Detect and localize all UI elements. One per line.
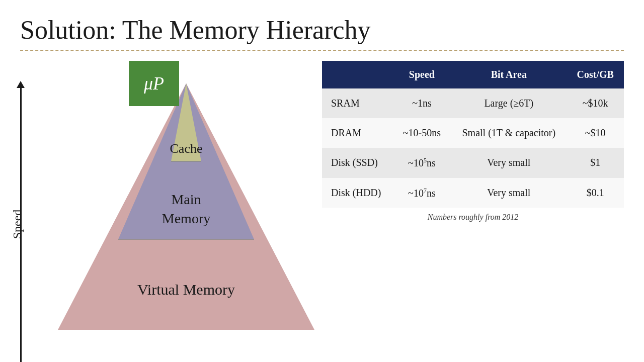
col-header-bitarea: Bit Area	[451, 61, 567, 88]
pyramid-svg: Cache Main Memory Virtual Memory	[50, 83, 322, 362]
cell-sram-name: SRAM	[322, 88, 393, 118]
cell-dram-name: DRAM	[322, 118, 393, 148]
table-row: Disk (HDD) ~107ns Very small $0.1	[322, 178, 624, 208]
col-header-name	[322, 61, 393, 88]
cell-ssd-bitarea: Very small	[451, 148, 567, 178]
cell-sram-cost: ~$10k	[567, 88, 624, 118]
svg-text:Memory: Memory	[162, 211, 210, 226]
memory-table: Speed Bit Area Cost/GB SRAM ~1ns Large (…	[322, 61, 624, 208]
content-area: μP Speed	[20, 61, 624, 362]
cell-ssd-cost: $1	[567, 148, 624, 178]
col-header-cost: Cost/GB	[567, 61, 624, 88]
page-title: Solution: The Memory Hierarchy	[20, 15, 624, 45]
svg-text:Virtual Memory: Virtual Memory	[137, 281, 235, 298]
cell-dram-bitarea: Small (1T & capacitor)	[451, 118, 567, 148]
table-header-row: Speed Bit Area Cost/GB	[322, 61, 624, 88]
mu-p-box: μP	[129, 61, 179, 106]
mu-p-label: μP	[144, 73, 164, 94]
cell-dram-cost: ~$10	[567, 118, 624, 148]
cell-hdd-cost: $0.1	[567, 178, 624, 208]
table-row: DRAM ~10-50ns Small (1T & capacitor) ~$1…	[322, 118, 624, 148]
cell-sram-speed: ~1ns	[393, 88, 451, 118]
cell-ssd-speed: ~105ns	[393, 148, 451, 178]
speed-arrow	[20, 86, 22, 362]
table-row: Disk (SSD) ~105ns Very small $1	[322, 148, 624, 178]
svg-text:Cache: Cache	[170, 141, 203, 156]
col-header-speed: Speed	[393, 61, 451, 88]
pyramid-section: μP Speed	[20, 61, 302, 362]
cell-ssd-name: Disk (SSD)	[322, 148, 393, 178]
speed-label: Speed	[11, 210, 24, 239]
page: Solution: The Memory Hierarchy μP Speed	[0, 0, 644, 362]
table-footnote: Numbers roughly from 2012	[322, 213, 624, 222]
cell-hdd-speed: ~107ns	[393, 178, 451, 208]
cell-hdd-bitarea: Very small	[451, 178, 567, 208]
table-section: Speed Bit Area Cost/GB SRAM ~1ns Large (…	[322, 61, 624, 222]
divider	[20, 50, 624, 51]
table-row: SRAM ~1ns Large (≥6T) ~$10k	[322, 88, 624, 118]
svg-text:Main: Main	[171, 192, 201, 207]
cell-hdd-name: Disk (HDD)	[322, 178, 393, 208]
cell-sram-bitarea: Large (≥6T)	[451, 88, 567, 118]
cell-dram-speed: ~10-50ns	[393, 118, 451, 148]
